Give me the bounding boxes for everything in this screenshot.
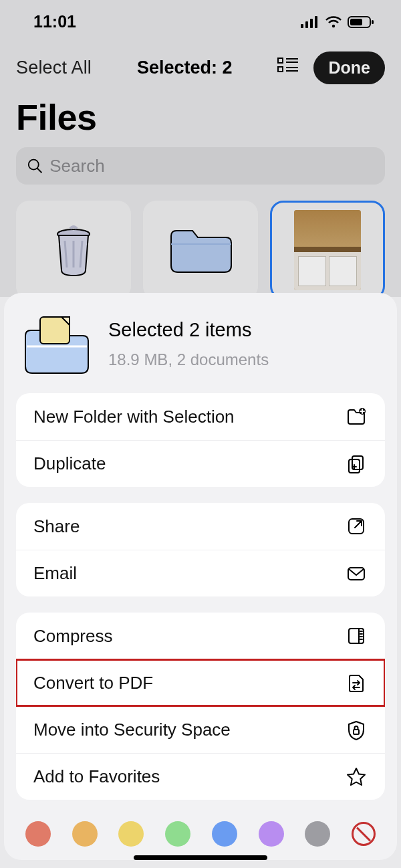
action-sheet: Selected 2 items 18.9 MB, 2 documents Ne…: [4, 293, 397, 860]
svg-point-14: [29, 160, 39, 170]
tag-color[interactable]: [165, 821, 190, 847]
tag-color[interactable]: [212, 821, 237, 847]
action-new-folder-with-selection[interactable]: New Folder with Selection: [16, 393, 385, 440]
page-title: Files: [0, 91, 401, 147]
svg-rect-0: [301, 24, 303, 28]
folder-icon: [167, 224, 234, 276]
list-view-icon: [277, 57, 299, 74]
status-icons: [301, 15, 374, 29]
tag-color-row: [4, 816, 397, 847]
svg-rect-6: [350, 19, 362, 25]
action-label: New Folder with Selection: [33, 407, 345, 427]
sheet-subtitle: 18.9 MB, 2 documents: [108, 350, 269, 369]
action-group-1: New Folder with SelectionDuplicate: [16, 393, 385, 487]
star-icon: [345, 766, 368, 788]
action-compress[interactable]: Compress: [16, 613, 385, 659]
tag-color[interactable]: [259, 821, 284, 847]
search-input[interactable]: [49, 156, 374, 177]
nav-toolbar: Select All Selected: 2 Done: [0, 38, 401, 91]
action-label: Move into Security Space: [33, 720, 345, 740]
action-label: Duplicate: [33, 453, 345, 474]
select-all-button[interactable]: Select All: [16, 58, 92, 78]
done-button[interactable]: Done: [313, 51, 385, 84]
status-bar: 11:01: [0, 0, 401, 38]
action-label: Convert to PDF: [33, 673, 345, 693]
svg-rect-1: [305, 21, 308, 28]
search-icon: [27, 157, 43, 175]
sheet-header: Selected 2 items 18.9 MB, 2 documents: [4, 293, 397, 393]
duplicate-icon: [345, 453, 368, 475]
tag-none-icon[interactable]: [352, 822, 376, 846]
svg-rect-22: [348, 568, 364, 580]
tag-color[interactable]: [25, 821, 51, 847]
action-label: Share: [33, 516, 345, 537]
shield-lock-icon: [345, 719, 368, 742]
home-indicator[interactable]: [134, 855, 267, 860]
tag-color[interactable]: [72, 821, 98, 847]
status-time: 11:01: [33, 12, 76, 31]
archive-icon: [345, 625, 368, 647]
action-group-3: CompressConvert to PDFMove into Security…: [16, 613, 385, 800]
cellular-icon: [301, 16, 319, 28]
action-label: Add to Favorites: [33, 766, 345, 787]
tag-color[interactable]: [118, 821, 144, 847]
svg-rect-11: [278, 67, 283, 72]
action-label: Compress: [33, 626, 345, 647]
svg-rect-7: [372, 20, 374, 24]
battery-icon: [348, 15, 374, 29]
svg-rect-3: [315, 16, 317, 28]
action-add-to-favorites[interactable]: Add to Favorites: [16, 753, 385, 800]
convert-icon: [345, 672, 368, 695]
action-group-2: ShareEmail: [16, 503, 385, 596]
tag-color[interactable]: [305, 821, 330, 847]
svg-rect-23: [354, 730, 359, 734]
folder-plus-icon: [345, 405, 368, 428]
action-label: Email: [33, 563, 345, 584]
file-tile-image[interactable]: [270, 201, 385, 300]
file-tile-trash[interactable]: [16, 201, 131, 300]
share-icon: [345, 515, 368, 538]
image-thumbnail: [294, 210, 361, 290]
wifi-icon: [325, 15, 342, 29]
action-convert-to-pdf[interactable]: Convert to PDF: [16, 659, 385, 706]
action-move-into-security-space[interactable]: Move into Security Space: [16, 706, 385, 753]
view-toggle-button[interactable]: [277, 57, 299, 79]
sheet-title: Selected 2 items: [108, 319, 269, 341]
action-email[interactable]: Email: [16, 550, 385, 596]
svg-point-4: [332, 24, 335, 27]
action-duplicate[interactable]: Duplicate: [16, 440, 385, 487]
svg-rect-2: [310, 19, 313, 28]
file-tile-folder[interactable]: [143, 201, 258, 300]
trash-icon: [50, 223, 97, 277]
svg-rect-8: [278, 58, 283, 63]
search-field[interactable]: [16, 147, 385, 185]
svg-line-15: [37, 169, 42, 173]
mail-icon: [345, 562, 368, 585]
selection-thumbnail: [23, 313, 90, 374]
selection-count-label: Selected: 2: [137, 58, 233, 78]
action-share[interactable]: Share: [16, 503, 385, 550]
